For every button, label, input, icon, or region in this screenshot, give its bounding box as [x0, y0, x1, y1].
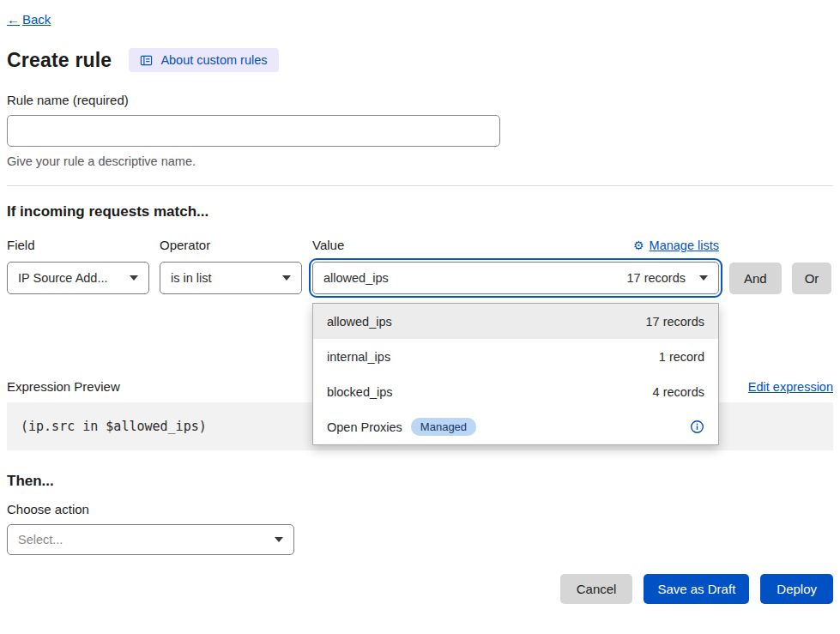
info-icon[interactable]: [690, 420, 704, 434]
expression-code: (ip.src in $allowed_ips): [21, 419, 207, 434]
value-label: Value: [312, 238, 344, 252]
list-item-internal-ips[interactable]: internal_ips 1 record: [313, 339, 718, 374]
footer-actions: Cancel Save as Draft Deploy: [7, 574, 833, 604]
list-item-detail: 17 records: [645, 315, 704, 329]
list-item-allowed-ips[interactable]: allowed_ips 17 records: [313, 304, 718, 339]
create-rule-page: ← Back Create rule About custom rules Ru…: [0, 0, 840, 634]
about-custom-rules-label: About custom rules: [160, 53, 267, 67]
value-select[interactable]: allowed_ips 17 records: [312, 262, 719, 294]
action-select[interactable]: Select...: [7, 524, 294, 555]
action-select-placeholder: Select...: [18, 533, 63, 546]
then-section: Then... Choose action Select...: [7, 473, 833, 555]
gear-icon: ⚙: [633, 239, 644, 251]
back-link[interactable]: ← Back: [7, 12, 51, 27]
save-as-draft-button[interactable]: Save as Draft: [644, 574, 749, 604]
field-select[interactable]: IP Source Add...: [7, 262, 149, 294]
value-select-wrapper: allowed_ips 17 records allowed_ips 17 re…: [312, 262, 719, 294]
list-item-open-proxies[interactable]: Open Proxies Managed: [313, 409, 718, 444]
value-select-value: allowed_ips: [323, 271, 389, 285]
managed-badge: Managed: [411, 418, 476, 436]
list-item-name: Open Proxies: [327, 420, 402, 434]
list-item-blocked-ips[interactable]: blocked_ips 4 records: [313, 374, 718, 409]
rule-name-label: Rule name (required): [7, 93, 833, 107]
chevron-down-icon: [699, 275, 708, 281]
chevron-down-icon: [130, 275, 138, 281]
rule-name-input[interactable]: [7, 115, 500, 147]
or-button[interactable]: Or: [792, 263, 832, 294]
manage-lists-label: Manage lists: [650, 239, 719, 252]
title-row: Create rule About custom rules: [7, 48, 833, 72]
back-label: Back: [22, 12, 51, 27]
section-divider: [7, 185, 833, 186]
rule-name-section: Rule name (required) Give your rule a de…: [7, 93, 833, 168]
cancel-button[interactable]: Cancel: [560, 574, 633, 604]
value-select-records: 17 records: [626, 271, 686, 285]
list-item-name: allowed_ips: [327, 315, 392, 329]
manage-lists-link[interactable]: ⚙ Manage lists: [633, 239, 719, 252]
list-dropdown-menu: allowed_ips 17 records internal_ips 1 re…: [312, 303, 719, 445]
list-item-name: internal_ips: [327, 350, 390, 364]
operator-select-value: is in list: [171, 271, 212, 285]
list-item-detail: 1 record: [659, 350, 704, 364]
operator-select[interactable]: is in list: [160, 262, 302, 294]
list-item-name: blocked_ips: [327, 385, 393, 399]
page-title: Create rule: [7, 49, 112, 72]
expression-preview-label: Expression Preview: [7, 379, 120, 394]
rule-name-helper-text: Give your rule a descriptive name.: [7, 154, 833, 168]
edit-expression-link[interactable]: Edit expression: [748, 380, 833, 394]
match-labels-row: Field Operator Value ⚙ Manage lists: [7, 238, 833, 252]
then-heading: Then...: [7, 473, 833, 490]
choose-action-label: Choose action: [7, 502, 833, 516]
match-section-heading: If incoming requests match...: [7, 203, 833, 220]
and-button[interactable]: And: [729, 263, 782, 294]
chevron-down-icon: [282, 275, 291, 281]
chevron-down-icon: [275, 537, 283, 542]
operator-label: Operator: [160, 238, 302, 252]
back-arrow-icon: ←: [7, 12, 20, 27]
deploy-button[interactable]: Deploy: [760, 574, 833, 604]
list-item-detail: 4 records: [653, 385, 704, 399]
match-controls-row: IP Source Add... is in list allowed_ips …: [7, 262, 833, 294]
field-label: Field: [7, 238, 149, 252]
book-icon: [140, 54, 153, 67]
field-select-value: IP Source Add...: [18, 271, 108, 285]
about-custom-rules-link[interactable]: About custom rules: [129, 48, 278, 72]
